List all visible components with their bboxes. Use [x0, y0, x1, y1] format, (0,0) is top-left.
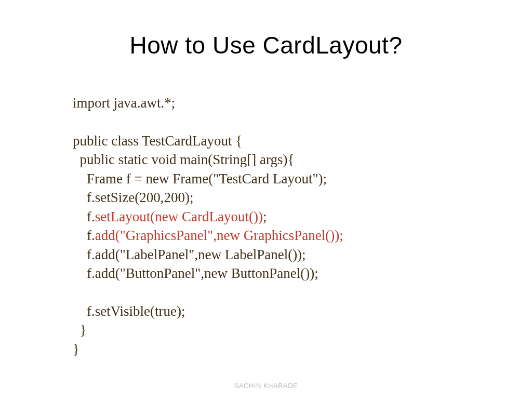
code-line-close-class: } [73, 340, 343, 358]
code-line-add-graphics: f.add("GraphicsPanel",new GraphicsPanel(… [73, 226, 343, 245]
code-line-main: public static void main(String[] args){ [73, 150, 343, 169]
code-line-close-method: } [73, 321, 343, 339]
code-line-add-button: f.add("ButtonPanel",new ButtonPanel()); [73, 264, 343, 283]
code-line-setlayout: f.setLayout(new CardLayout()); [73, 207, 343, 226]
code-line-import: import java.awt.*; [73, 94, 343, 112]
code-line-setvisible: f.setVisible(true); [73, 302, 343, 321]
code-line-blank [73, 112, 343, 131]
code-line-class: public class TestCardLayout { [73, 131, 343, 150]
code-text: f. [73, 209, 95, 224]
code-block: import java.awt.*; public class TestCard… [73, 94, 343, 358]
code-text: f. [73, 228, 95, 243]
code-line-add-label: f.add("LabelPanel",new LabelPanel()); [73, 245, 343, 264]
code-highlight-setlayout: setLayout(new CardLayout()) [95, 209, 263, 224]
code-highlight-add: add("GraphicsPanel",new GraphicsPanel())… [95, 228, 343, 243]
code-line-setsize: f.setSize(200,200); [73, 188, 343, 207]
code-line-frame: Frame f = new Frame("TestCard Layout"); [73, 169, 343, 188]
code-text: ; [263, 209, 267, 224]
slide-title: How to Use CardLayout? [0, 0, 532, 59]
code-line-blank2 [73, 283, 343, 301]
footer-author: SACHIN KHARADE [234, 382, 298, 390]
